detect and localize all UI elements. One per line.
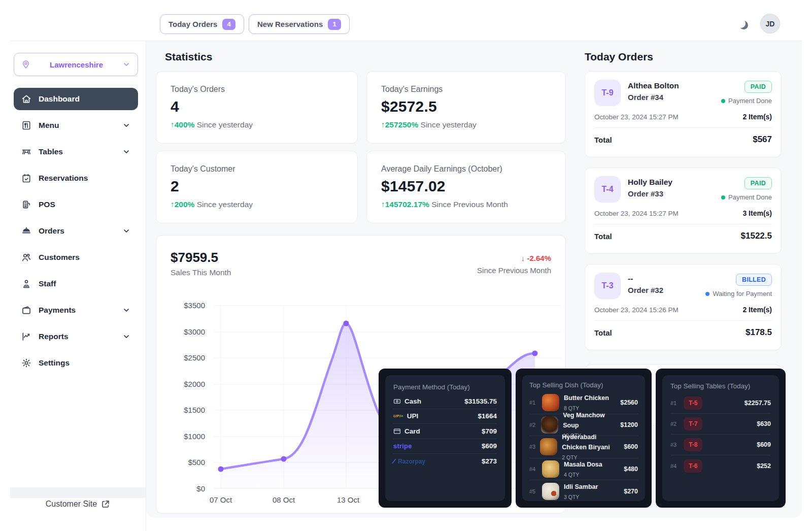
report-chart-icon xyxy=(21,331,31,342)
card-icon xyxy=(393,427,401,435)
stripe-logo: stripe xyxy=(393,442,412,450)
today-orders-heading: Today Orders xyxy=(585,51,653,63)
dark-mode-toggle[interactable] xyxy=(736,17,751,32)
order-card[interactable]: T-4 Holly Bailey Order #33 PAID Payment … xyxy=(585,168,782,254)
dish-thumbnail xyxy=(540,438,557,455)
dish-amount: $270 xyxy=(624,488,638,495)
top-tables-title: Top Selling Tables (Today) xyxy=(670,382,771,390)
total-value: $567 xyxy=(753,135,772,145)
staff-icon xyxy=(21,279,31,289)
dish-thumbnail xyxy=(542,394,559,411)
divider xyxy=(594,320,772,321)
sidebar-item-reservations[interactable]: Reservations xyxy=(14,167,138,189)
new-reservations-count-badge: 1 xyxy=(328,19,341,30)
payment-row: stripe $609 xyxy=(393,439,497,454)
stat-card-todays-customer: Today's Customer 2 ↑200% Since yesterday xyxy=(156,151,358,223)
customer-name: -- xyxy=(628,273,663,283)
table-amount: $609 xyxy=(757,441,771,448)
table-rank-row: #1 T-5 $2257.75 xyxy=(670,393,771,414)
sidebar-item-dashboard[interactable]: Dashboard xyxy=(14,88,138,110)
stat-value: $1457.02 xyxy=(381,178,551,195)
order-card[interactable]: T-9 Althea Bolton Order #34 PAID Payment… xyxy=(585,71,782,157)
top-bar: Today Orders 4 New Reservations 1 JD xyxy=(10,0,802,41)
today-orders-button[interactable]: Today Orders 4 xyxy=(160,14,244,34)
sidebar-nav: Dashboard Menu Tables Reservations POS xyxy=(14,88,138,378)
total-value: $178.5 xyxy=(746,327,772,338)
dish-name: Idli Sambar xyxy=(564,483,598,490)
table-badge: T-3 xyxy=(594,273,621,299)
sidebar-item-orders[interactable]: Orders xyxy=(14,220,138,242)
order-datetime: October 23, 2024 15:26 PM xyxy=(594,306,679,314)
rank-label: #2 xyxy=(529,422,536,428)
up-arrow-icon: ↑ xyxy=(381,200,385,209)
rank-label: #1 xyxy=(529,400,537,406)
status-badge: BILLED xyxy=(736,274,772,286)
sidebar-item-menu[interactable]: Menu xyxy=(14,114,138,137)
stat-label: Today's Earnings xyxy=(381,85,551,94)
sidebar-item-payments[interactable]: Payments xyxy=(14,299,138,321)
dish-amount: $2560 xyxy=(620,399,638,406)
order-number: Order #32 xyxy=(628,286,663,294)
payment-amount: $273 xyxy=(482,457,497,465)
sidebar-item-staff[interactable]: Staff xyxy=(14,273,138,295)
table-icon xyxy=(21,147,31,157)
x-tick: 13 Oct xyxy=(325,495,371,504)
sidebar-item-label: Menu xyxy=(39,121,115,130)
customer-name: Althea Bolton xyxy=(628,80,679,90)
stat-card-todays-orders: Today's Orders 4 ↑400% Since yesterday xyxy=(156,71,358,144)
stat-label: Average Daily Earnings (October) xyxy=(381,164,551,174)
table-badge-red: T-5 xyxy=(684,396,702,410)
rank-label: #5 xyxy=(529,488,537,494)
chevron-down-icon xyxy=(122,227,130,235)
table-rank-row: #2 T-7 $630 xyxy=(670,414,771,435)
sidebar-item-reports[interactable]: Reports xyxy=(14,325,138,348)
sidebar-item-label: Orders xyxy=(39,226,115,236)
chevron-down-icon xyxy=(122,333,130,341)
dish-thumbnail xyxy=(541,416,558,434)
dish-amount: $600 xyxy=(624,443,638,450)
rank-label: #3 xyxy=(529,444,535,450)
sidebar-item-customers[interactable]: Customers xyxy=(14,246,138,269)
order-items: 3 Item(s) xyxy=(742,209,772,217)
order-number: Order #33 xyxy=(628,189,672,198)
order-items: 2 Item(s) xyxy=(742,113,772,121)
rank-label: #3 xyxy=(670,442,679,448)
stat-value: 2 xyxy=(171,178,343,195)
x-tick: 07 Oct xyxy=(198,495,244,504)
top-dish-title: Top Selling Dish (Today) xyxy=(529,381,638,389)
order-card[interactable]: T-3 -- Order #32 BILLED Waiting for Paym… xyxy=(585,264,782,350)
table-badge-red: T-7 xyxy=(684,417,702,430)
data-point xyxy=(532,351,538,356)
today-orders-count-badge: 4 xyxy=(222,19,235,30)
up-arrow-icon: ↑ xyxy=(171,120,175,129)
table-badge-red: T-8 xyxy=(684,438,702,451)
dish-name: Veg Manchow Soup xyxy=(563,412,605,429)
sidebar-item-label: Tables xyxy=(39,147,115,156)
sidebar-item-pos[interactable]: POS xyxy=(14,193,138,216)
location-selector[interactable]: Lawrenceshire xyxy=(14,53,138,76)
divider xyxy=(594,224,772,224)
avatar[interactable]: JD xyxy=(760,14,780,34)
table-amount: $2257.75 xyxy=(745,400,771,407)
sales-delta-note: Since Previous Month xyxy=(477,266,551,275)
stat-value: $2572.5 xyxy=(381,98,551,115)
pos-terminal-icon xyxy=(21,200,31,210)
customer-site-link[interactable]: Customer Site xyxy=(10,500,146,509)
new-reservations-button[interactable]: New Reservations 1 xyxy=(249,14,350,34)
sidebar-item-tables[interactable]: Tables xyxy=(14,141,138,163)
table-amount: $630 xyxy=(757,420,771,427)
sidebar-item-label: Dashboard xyxy=(39,94,130,104)
table-badge: T-4 xyxy=(594,176,621,203)
sidebar-item-settings[interactable]: Settings xyxy=(14,352,138,374)
y-tick: $1500 xyxy=(184,405,205,415)
status-note: Payment Done xyxy=(721,97,772,105)
sidebar-item-label: Reservations xyxy=(39,174,130,183)
dish-name: Butter Chicken xyxy=(564,394,609,402)
stat-label: Today's Orders xyxy=(171,85,343,94)
y-tick: $1000 xyxy=(184,432,205,442)
dish-amount: $1200 xyxy=(620,421,638,428)
home-icon xyxy=(21,94,31,104)
stat-card-average-daily-earnings: Average Daily Earnings (October) $1457.0… xyxy=(366,151,566,223)
cash-icon xyxy=(393,397,401,405)
x-tick: 08 Oct xyxy=(261,495,307,504)
